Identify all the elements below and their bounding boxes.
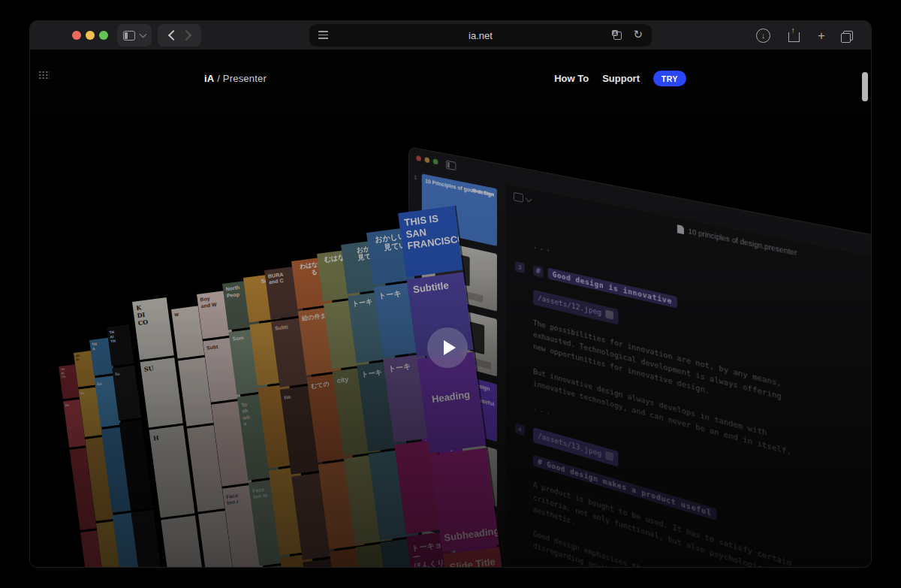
brand-strong: iA [204,73,214,84]
deck-slide-label: THIS IS SAN FRANCISCO [404,211,457,252]
brand-rest: / Presenter [214,73,267,84]
slide-title: 10 Principles of good design [425,178,495,199]
slide-number-badge: 3 [515,261,525,274]
deck-slide-label: Heading [426,388,475,406]
reload-icon[interactable]: ↻ [633,28,643,41]
deck-slide-label: Su [65,403,80,408]
deck-slide-label: Slide Title [449,555,499,567]
deck-slide-label: Su [97,379,115,386]
app-sidebar-icon [446,160,456,170]
deck-slide-label: Su [114,369,134,376]
deck-slide-label: SU [143,363,173,374]
deck-slide-label: TH A [92,340,110,351]
deck-slide: K DI CO [132,297,174,360]
layout-icon [514,192,523,203]
forward-icon[interactable] [180,30,191,41]
nav-link-support[interactable]: Support [602,73,640,84]
browser-window: ia.net ↻ ↓ + iA / Presenter How To Suppo… [30,21,871,567]
thumbnail-number: 1 [409,173,422,182]
browser-toolbar: ia.net ↻ ↓ + [30,21,871,50]
new-tab-icon[interactable]: + [818,29,825,42]
app-close-button [416,155,421,161]
deck-slide: TH AI TH [107,324,134,366]
deck-slide-label: Su [80,390,96,396]
try-button[interactable]: TRY [653,71,686,86]
address-bar[interactable]: ia.net ↻ [309,24,652,47]
sidebar-icon [123,31,135,41]
image-chip-icon [606,451,614,462]
deck-slide: THIS IS SAN FRANCISCO [398,206,463,277]
asset-path-text: /assets/12.jpeg [538,292,601,319]
deck-slide-label: TH AI TH [109,327,130,343]
reader-icon[interactable] [318,31,328,40]
app-minimize-button [425,157,430,163]
heading-marker: # [533,265,543,278]
deck-slide: Subheading [429,448,499,552]
back-icon[interactable] [167,30,178,41]
web-page: iA / Presenter How To Support TRY TH AI … [30,50,871,567]
play-icon [444,340,456,355]
deck-slide-label: TH AI [76,353,92,362]
translate-icon[interactable] [612,30,622,40]
deck-slide-label: K DI CO [136,302,168,327]
site-nav: iA / Presenter How To Support TRY [30,63,871,93]
slide-number-badge: 4 [515,423,525,436]
deck-slide-label: Subheading [444,526,493,544]
app-zoom-button [433,158,438,164]
deck-slide: SU [140,357,183,427]
toolbar-right-group: ↓ + [756,24,853,47]
url-text[interactable]: ia.net [309,30,652,41]
image-chip-icon [606,310,614,320]
share-icon[interactable] [788,32,800,42]
deck-slide-label: Subt [206,342,233,351]
asset-path-text: /assets/13.jpeg [538,430,601,460]
page-scrollbar-thumb[interactable] [862,72,868,101]
deck-slide-label: Face too r [226,491,253,507]
chevron-down-icon [140,31,147,38]
document-icon [677,225,684,234]
hero-video-frame: TH AI THSuTH AISuTH ASuTH AI THSuK DI CO… [30,113,871,567]
sidebar-toggle-button[interactable] [117,24,152,47]
close-window-button[interactable] [72,31,81,40]
editor-body[interactable]: ...3#Good design is innovative/assets/12… [506,204,800,567]
nav-link-howto[interactable]: How To [554,73,589,84]
deck-slide-label: Subtitle [412,278,462,296]
minimize-window-button[interactable] [86,31,95,40]
deck-slide-label: W [174,309,197,318]
play-button[interactable] [427,327,468,368]
view-toggle [514,192,531,204]
deck-slide-label: TH AI TH [60,366,75,379]
chevron-down-icon [526,195,532,202]
brand[interactable]: iA / Presenter [204,73,267,84]
tab-overview-icon[interactable] [843,31,853,41]
history-nav-group [158,24,201,47]
downloads-icon[interactable]: ↓ [756,29,770,43]
deck-slide-label: Boy and W [200,294,227,309]
deck-slide-label: H [153,432,183,443]
zoom-window-button[interactable] [99,31,108,40]
